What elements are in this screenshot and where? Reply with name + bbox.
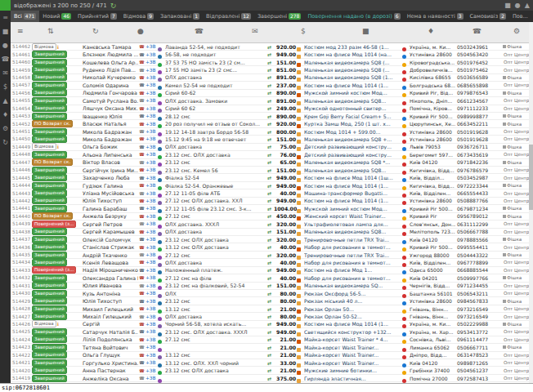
vertical-scrollbar[interactable] [529,22,533,383]
table-row[interactable]: 514437 Завершений Олексій Соломчук ☎ +ЗВ… [11,236,529,243]
clients-icon[interactable]: ● [0,38,11,52]
call-icon[interactable]: ☎ [138,82,146,87]
settings-column-icon[interactable]: ⚙ [513,27,520,35]
sync-icon[interactable]: ↻ [0,136,11,149]
tab-самовивіз[interactable]: Самовивіз2 [467,11,509,22]
call-icon[interactable]: ☎ [138,145,146,149]
orders-icon[interactable]: ■ [0,24,11,38]
tab-новий[interactable]: Новий46 [39,11,74,22]
call-icon[interactable]: ☎ [138,52,146,57]
callback-link[interactable]: +ЗВ [146,160,158,165]
callback-link[interactable]: +ЗВ [146,221,158,226]
table-row[interactable]: 514452 ПО Возврат ск. Власюк Наталья ☎ +… [11,120,529,127]
call-icon[interactable]: ☎ [138,122,146,127]
callback-link[interactable]: +ЗВ [146,353,158,358]
table-row[interactable]: 514444 Завершений Гудзюк Галина ☎ +ЗВ Фі… [11,182,529,189]
call-icon[interactable]: ☎ [138,167,146,172]
callback-link[interactable]: +ЗВ [146,106,158,111]
tab-нема-в-наявності[interactable]: Нема в наявності3 [404,11,467,22]
table-row[interactable]: 514435 Завершений Андрій Ткаченко ☎ +ЗВ … [11,252,529,259]
table-row[interactable]: 514456 Завершений Людмила Гончарова ☎ +З… [11,90,529,97]
tab-відмова[interactable]: Відмова9 [120,11,157,22]
table-row[interactable]: 514423 Завершений Тетяна Войтович ☎ +ЗВ … [11,344,529,351]
table-row[interactable]: 514453 Завершений Іващенко Юлія ☎ +ЗВ 28… [11,113,529,120]
callback-link[interactable]: +ЗВ [146,167,158,172]
call-icon[interactable]: ☎ [138,176,146,180]
call-icon[interactable]: ☎ [138,198,146,203]
table-row[interactable]: 514446 Завершений Сергійчук Ірина Ми... … [11,167,529,174]
table-row[interactable]: 514443 Завершений Уліана Мусійовська ☎ +… [11,189,529,197]
callback-link[interactable]: +ЗВ [146,345,158,350]
scrollbar-thumb[interactable] [529,145,533,210]
table-row[interactable]: 514434 Завершений Ксенія Леващова ☎ +ЗВ … [11,259,529,266]
callback-link[interactable]: +ЗВ [146,136,158,141]
callback-link[interactable]: +ЗВ [146,176,158,180]
call-icon[interactable]: ☎ [138,160,146,165]
callback-link[interactable]: +ЗВ [146,122,158,127]
call-icon[interactable]: ☎ [138,353,146,358]
money-column-icon[interactable]: $ [301,27,306,35]
menu-icon[interactable]: ≡ [0,11,11,24]
call-icon[interactable]: ☎ [138,106,146,111]
product-column-icon[interactable]: ■ [362,27,370,35]
callback-link[interactable]: +ЗВ [146,152,158,157]
call-icon[interactable]: ☎ [138,275,146,280]
callback-link[interactable]: +ЗВ [146,245,158,250]
call-icon[interactable]: ☎ [138,152,146,157]
table-row[interactable]: 514462 Відмова ℹ Канєвська Тамара ☎ +ЗВ … [11,43,529,51]
table-row[interactable]: 514433 Повернений (з... Надія Мірошничен… [11,267,529,274]
table-row[interactable]: 514441 Завершений Галина Барабаш ☎ +ЗВ 2… [11,205,529,212]
table-row[interactable]: 514461 Завершений Блєзнюк Людмила ... ☎ … [11,51,529,58]
call-icon[interactable]: ☎ [138,306,146,311]
callback-link[interactable]: +ЗВ [146,114,158,118]
call-icon[interactable]: ☎ [138,368,146,373]
app-logo[interactable] [0,0,11,11]
callback-link[interactable]: +ЗВ [146,376,158,381]
callback-link[interactable]: +ЗВ [146,283,158,288]
tab-прийнятий[interactable]: Прийнятий7 [74,11,120,22]
table-row[interactable]: 514447 ПО Возврат ск. Віктор Власов ☎ +З… [11,159,529,167]
call-icon[interactable]: ☎ [138,360,146,365]
call-icon[interactable]: ☎ [138,114,146,118]
table-row[interactable]: 514430 Завершений Кузь Антоніна ☎ +ЗВ ОЛ… [11,290,529,297]
apps-icon[interactable]: ■ [504,2,511,9]
table-row[interactable]: 514450 Завершений Микола Бадражан ☎ +ЗВ … [11,136,529,143]
tab-запаковані[interactable]: Запаковані1 [157,11,203,22]
callback-link[interactable]: +ЗВ [146,98,158,103]
tab-всі[interactable]: Всі471 [11,11,39,22]
callback-link[interactable]: +ЗВ [146,183,158,188]
call-icon[interactable]: ☎ [138,237,146,242]
callback-link[interactable]: +ЗВ [146,260,158,265]
table-row[interactable]: 514419 Завершений Анжеліка Оксана ☎ +ЗВ … [11,375,529,382]
callback-link[interactable]: +ЗВ [146,291,158,296]
callback-link[interactable]: +ЗВ [146,337,158,342]
callback-link[interactable]: +ЗВ [146,198,158,203]
call-icon[interactable]: ☎ [138,75,146,80]
callback-link[interactable]: +ЗВ [146,360,158,365]
callback-link[interactable]: +ЗВ [146,306,158,311]
table-row[interactable]: 514442 Завершений Юлія Тихоступ ☎ +ЗВ 27… [11,198,529,205]
callback-link[interactable]: +ЗВ [146,52,158,57]
table-row[interactable]: 514431 Завершений Юлия Иванова ☎ +ЗВ 23.… [11,283,529,290]
callback-link[interactable]: +ЗВ [146,214,158,219]
sort-icon[interactable]: ⇅ [47,27,54,35]
callback-link[interactable]: +ЗВ [146,314,158,319]
stats-icon[interactable]: ▲ [0,94,11,108]
table-row[interactable]: 514429 Завершений Юлія Тихоступ ☎ +ЗВ 23… [11,297,529,305]
call-icon[interactable]: ☎ [138,60,146,65]
table-row[interactable]: 514438 Завершений Сергей Карамышев ☎ +ЗВ… [11,229,529,236]
call-icon[interactable]: ☎ [138,337,146,342]
tab-повернення-надано-в-дорозі-[interactable]: Повернення надано (в дорозі)6 [304,11,403,22]
call-icon[interactable]: ☎ [138,329,146,334]
refresh-icon[interactable]: ↻ [110,2,117,10]
callback-link[interactable]: +ЗВ [146,229,158,234]
call-icon[interactable]: ☎ [138,44,146,49]
mail-icon[interactable]: ✉ [0,66,11,80]
table-row[interactable]: 514432 Завершений Олександра Галина В...… [11,274,529,282]
table-row[interactable]: 514445 Завершений Захарченко Люба ☎ +ЗВ … [11,174,529,181]
table-row[interactable]: 514424 Завершений Лілія Подолянська ☎ +З… [11,336,529,344]
callback-link[interactable]: +ЗВ [146,275,158,280]
call-icon[interactable]: ☎ [138,98,146,103]
table-row[interactable]: 514455 Завершений Самотуй Руслана Во... … [11,97,529,105]
table-row[interactable]: 514439 Повернений (з... Сергей Петров ☎ … [11,220,529,228]
